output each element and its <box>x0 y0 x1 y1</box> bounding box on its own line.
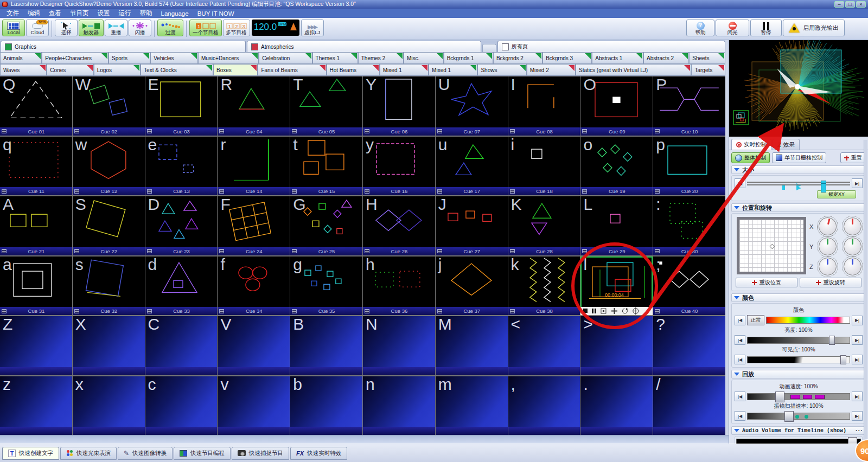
cue-cell[interactable]: LCue 29 <box>580 196 653 255</box>
category-tab[interactable]: People+Characters <box>42 52 108 64</box>
cue-cell[interactable]: FCue 24 <box>218 196 290 255</box>
visible-max-button[interactable]: ▶| <box>852 355 863 364</box>
cue-cell[interactable]: yCue 16 <box>363 137 435 196</box>
restart-mode-button[interactable]: 重播 <box>105 20 127 36</box>
cue-cell[interactable]: C <box>145 316 218 375</box>
color-min-button[interactable]: |◀ <box>735 316 745 325</box>
virtual-lj-button[interactable]: ▶▶▶ 虚拟LJ <box>301 20 324 36</box>
category-tab[interactable]: Bckgrnds 3 <box>542 52 592 64</box>
z-position-knob[interactable] <box>819 258 837 275</box>
cue-cell[interactable]: rCue 14 <box>218 137 290 196</box>
menu-item[interactable]: 编辑 <box>23 9 44 17</box>
cue-cell[interactable]: qCue 11 <box>0 137 72 196</box>
transition-button[interactable]: 过渡 <box>157 20 183 36</box>
size-y-slider[interactable] <box>747 184 850 185</box>
cue-cell[interactable]: :Cue 30 <box>653 196 725 255</box>
category-tab[interactable]: Bckgrnds 1 <box>444 52 493 64</box>
category-tab[interactable]: Bckgrnds 2 <box>493 52 542 64</box>
category-tab[interactable]: Statics (great with Virtual LJ) <box>576 64 691 76</box>
cue-cell[interactable]: V <box>218 316 290 375</box>
cue-cell[interactable]: x <box>73 376 145 435</box>
category-tab[interactable]: Misc. <box>404 52 444 64</box>
anim-speed-max-button[interactable]: ▶| <box>852 392 863 401</box>
cue-cell[interactable]: ACue 21 <box>0 196 72 255</box>
cue-cell[interactable]: m <box>436 376 508 435</box>
menu-item[interactable]: BUY IT NOW <box>193 10 239 17</box>
multi-cue-button[interactable]: 123 多节目格 <box>223 20 250 36</box>
minimize-button[interactable] <box>834 1 844 8</box>
x-position-knob[interactable] <box>816 215 838 237</box>
category-tab[interactable]: Mixed 1 <box>380 64 429 76</box>
cue-cell[interactable]: tCue 15 <box>290 137 362 196</box>
z-rotation-knob[interactable] <box>844 258 861 275</box>
page-tab-all-pages[interactable]: 所有页 <box>497 41 725 52</box>
cue-cell[interactable]: jCue 37 <box>436 256 508 316</box>
local-button[interactable]: Local <box>2 20 25 36</box>
cue-cell[interactable]: wCue 12 <box>73 137 145 196</box>
cue-cell[interactable]: b <box>290 376 362 435</box>
bpm-display[interactable]: 120.0 BPM <box>252 20 299 36</box>
cue-cell[interactable]: iCue 18 <box>508 137 580 196</box>
cue-cell[interactable]: kCue 38 <box>508 256 580 316</box>
cue-cell[interactable]: aCue 31 <box>0 256 72 316</box>
cue-cell[interactable]: < <box>508 316 580 375</box>
category-tab[interactable]: Fans of Beams <box>258 64 326 76</box>
close-button[interactable] <box>856 1 866 8</box>
section-position-rotation[interactable]: 位置和旋转 <box>731 203 866 212</box>
visible-points-slider[interactable] <box>747 356 850 363</box>
cloud-button[interactable]: beta Cloud <box>26 20 49 36</box>
page-tab-atmospherics[interactable]: Atmospherics <box>247 41 481 52</box>
cue-cell[interactable]: DCue 23 <box>145 196 218 255</box>
category-tab[interactable]: Mixed 2 <box>527 64 576 76</box>
category-tab[interactable]: Sports <box>108 52 150 64</box>
cue-cell[interactable]: dCue 33 <box>145 256 218 316</box>
page-tab-graphics[interactable]: Graphics <box>1 41 246 52</box>
category-tab[interactable]: Cones <box>47 64 93 76</box>
bottom-tab[interactable]: 快速捕捉节目 <box>232 447 289 460</box>
size-y-handle[interactable] <box>821 183 826 193</box>
maximize-button[interactable] <box>845 1 855 8</box>
cue-cell[interactable]: > <box>580 316 653 375</box>
cue-cell[interactable]: WCue 02 <box>73 76 145 136</box>
menu-item[interactable]: 文件 <box>2 9 23 17</box>
anim-speed-min-button[interactable]: |◀ <box>735 392 745 401</box>
pause-output-button[interactable]: 暂停 <box>750 20 782 36</box>
y-rotation-knob[interactable] <box>844 238 861 255</box>
cue-cell[interactable]: ;Cue 40 <box>653 256 725 316</box>
cue-cell[interactable]: z <box>0 376 72 435</box>
anim-speed-slider[interactable] <box>747 393 850 400</box>
cue-cell[interactable]: YCue 06 <box>363 76 435 136</box>
section-playback[interactable]: 回放 <box>731 370 866 378</box>
cue-cell[interactable]: gCue 35 <box>290 256 362 316</box>
section-size[interactable]: 大小 <box>731 165 866 174</box>
category-tab[interactable]: Hot Beams <box>327 64 380 76</box>
cue-cell[interactable]: ICue 08 <box>508 76 580 136</box>
cue-cell[interactable]: N <box>363 316 435 375</box>
single-cue-control-button[interactable]: 单节目栅格控制 <box>772 152 826 163</box>
menu-item[interactable]: 运行 <box>114 9 136 17</box>
menu-item[interactable]: 设置 <box>93 9 114 17</box>
flash-mode-button[interactable]: 闪播 <box>129 20 151 36</box>
cue-cell[interactable]: pCue 20 <box>653 137 725 196</box>
menu-item[interactable]: 帮助 <box>136 9 157 17</box>
cue-cell[interactable]: B <box>290 316 362 375</box>
category-tab[interactable]: Text & Clocks <box>141 64 213 76</box>
cue-cell[interactable]: n <box>363 376 435 435</box>
category-tab[interactable]: Waves <box>0 64 47 76</box>
bottom-tab[interactable]: 快速光束表演 <box>60 447 117 460</box>
size-x-slider[interactable] <box>747 182 850 183</box>
cue-cell[interactable]: QCue 01 <box>0 76 72 136</box>
category-tab[interactable]: Celebration <box>259 52 312 64</box>
category-tab[interactable]: Shows <box>477 64 526 76</box>
help-button[interactable]: 帮助 <box>686 20 714 36</box>
cue-cell[interactable]: JCue 27 <box>436 196 508 255</box>
cue-cell[interactable]: TCue 05 <box>290 76 362 136</box>
tab-live-control[interactable]: 实时控制 <box>731 139 771 150</box>
cue-playback-controls[interactable] <box>580 307 653 315</box>
one-cue-button[interactable]: 1 一个节目格 <box>189 20 222 36</box>
menu-item[interactable]: Language <box>157 10 193 17</box>
y-position-knob[interactable] <box>819 238 837 255</box>
size-min-button[interactable]: |◀ <box>735 178 745 188</box>
category-tab[interactable]: Boxes <box>213 64 258 76</box>
select-mode-button[interactable]: 选择 <box>55 20 78 36</box>
